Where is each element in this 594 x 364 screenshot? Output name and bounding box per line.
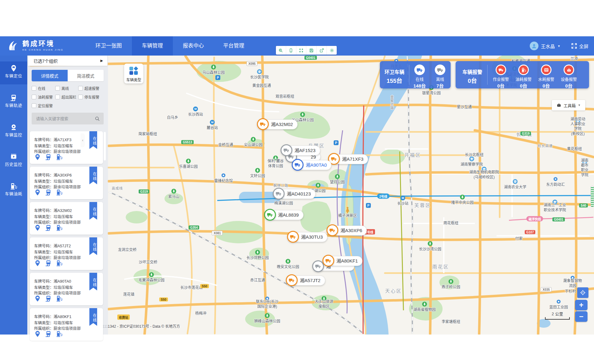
status-filters: 在线离线超速报警油耗报警超出围栏停车报警定位报警 xyxy=(32,86,104,108)
bus-icon[interactable] xyxy=(45,154,52,162)
locate-icon[interactable] xyxy=(34,224,41,232)
fullscreen-label: 全屏 xyxy=(579,43,588,49)
truck-icon xyxy=(435,65,445,75)
panel-collapse-handle[interactable]: ‹ xyxy=(81,133,85,147)
fuel-icon xyxy=(10,182,17,190)
vehicle-card-actions xyxy=(34,260,63,268)
fuel-icon[interactable] xyxy=(56,330,63,339)
vehicle-card[interactable]: 车牌号码：湘A90TA0车辆类型：垃圾压缩车所属组织：厨余垃圾项目部在线 xyxy=(30,273,103,305)
truck-icon xyxy=(326,224,338,236)
nav-item-环卫一张图[interactable]: 环卫一张图 xyxy=(88,36,129,56)
locate-icon[interactable] xyxy=(34,295,41,303)
filter-checkbox-超速报警[interactable]: 超速报警 xyxy=(78,86,104,91)
locate-icon[interactable] xyxy=(34,189,41,197)
stat-label: 离线 xyxy=(429,76,451,82)
save-icon[interactable] xyxy=(306,46,317,55)
locate-icon[interactable] xyxy=(34,260,41,268)
fuel-icon[interactable] xyxy=(56,189,63,197)
locate-button[interactable] xyxy=(577,287,588,298)
filter-checkbox-油耗报警[interactable]: 油耗报警 xyxy=(32,94,55,100)
bus-icon[interactable] xyxy=(45,224,52,232)
nav-item-平台管理[interactable]: 平台管理 xyxy=(213,36,254,56)
bus-icon[interactable] xyxy=(45,330,52,339)
stat-label: 水耗报警 xyxy=(535,76,557,82)
fullscreen-button[interactable]: 全屏 xyxy=(571,43,588,49)
checkbox-icon xyxy=(32,86,36,91)
settings-icon[interactable] xyxy=(327,46,337,55)
alarm-stat-作业报警: 作业报警0台 xyxy=(490,65,512,89)
locate-icon[interactable] xyxy=(34,330,41,339)
zoom-in-button[interactable]: + xyxy=(575,300,587,310)
locate-icon[interactable] xyxy=(34,154,41,162)
alarm-stats-panel: 车辆报警 0台 作业报警0台油耗报警0台水耗报警0台设备报警0台 xyxy=(456,61,589,88)
fuel-icon[interactable] xyxy=(56,260,63,268)
filter-checkbox-离线[interactable]: 离线 xyxy=(55,86,78,91)
zoom-out-button[interactable]: − xyxy=(575,311,587,322)
status-badge: 在线 xyxy=(89,308,97,326)
expand-arrow-icon: ▶ xyxy=(101,59,103,63)
bus-icon[interactable] xyxy=(45,189,52,197)
brand-logo-icon xyxy=(6,39,19,52)
sidebar-item-车辆定位[interactable]: 车辆定位 xyxy=(0,61,27,84)
vehicle-type-button[interactable]: 车辆类型 xyxy=(124,64,143,83)
filter-checkbox-定位报警[interactable]: 定位报警 xyxy=(32,103,55,108)
vehicle-card[interactable]: 车牌号码：湘A32M02车辆类型：垃圾压缩车所属组织：厨余垃圾项目部在线 xyxy=(30,202,103,235)
toolbox-icon xyxy=(556,103,561,108)
vehicle-card[interactable]: 车牌号码：湘A30XP6车辆类型：垃圾压缩车所属组织：厨余垃圾项目部在线 xyxy=(30,167,103,199)
sidebar-item-历史监控[interactable]: 历史监控 xyxy=(0,150,27,173)
sidebar-item-车辆油耗[interactable]: 车辆油耗 xyxy=(0,179,27,202)
search-input[interactable] xyxy=(35,116,95,121)
brand-logo: 鹤成环境 HE CHENG HUAN JING xyxy=(6,39,64,52)
map-scrollbar-thumb[interactable] xyxy=(591,186,594,207)
filter-checkbox-在线[interactable]: 在线 xyxy=(32,86,55,91)
fuel-icon[interactable] xyxy=(56,295,63,303)
avatar[interactable] xyxy=(530,42,538,50)
stat-count: 7台 xyxy=(429,82,451,89)
bus-icon[interactable] xyxy=(45,295,52,303)
nav-item-报表中心[interactable]: 报表中心 xyxy=(173,36,214,56)
vehicle-card[interactable]: 车牌号码：湘A80KF1车辆类型：垃圾压缩车所属组织：厨余垃圾项目部在线 xyxy=(30,308,103,341)
filter-checkbox-超出围栏[interactable]: 超出围栏 xyxy=(55,94,78,100)
tab-detail-mode[interactable]: 详情模式 xyxy=(32,70,68,81)
sidebar-item-label: 车辆监控 xyxy=(0,132,27,137)
fleet-stats-panel: 环卫车辆 155台 在线148台离线7台 xyxy=(380,61,451,88)
fuel-icon[interactable] xyxy=(56,154,63,162)
chevron-down-icon[interactable]: ▼ xyxy=(557,44,560,48)
locate-icon xyxy=(580,290,586,296)
org-selector[interactable]: 已选7个组织 ▶ xyxy=(28,56,107,66)
tab-simple-mode[interactable]: 简洁模式 xyxy=(68,70,104,81)
export-icon[interactable] xyxy=(317,46,327,55)
expand-icon[interactable] xyxy=(296,46,307,55)
map[interactable]: 智造小镇乌山森林公园长沙医学院月亮岛黄金园互通观音岩枢纽银星湾公园金星北路松雅湖… xyxy=(27,56,594,335)
bus-icon[interactable] xyxy=(45,260,52,268)
vehicle-field: 车牌号码：湘A57JT2 xyxy=(34,243,71,249)
checkbox-icon xyxy=(32,103,36,108)
truck-icon xyxy=(257,118,269,130)
brand-subtitle: HE CHENG HUAN JING xyxy=(22,48,64,51)
stat-label: 油耗报警 xyxy=(513,76,534,82)
vehicle-field: 车牌号码：湘A80KF1 xyxy=(34,313,71,319)
list-scrollbar-thumb[interactable] xyxy=(104,132,106,160)
zoom-search-icon[interactable] xyxy=(276,46,286,55)
vehicle-field: 车辆类型：垃圾压缩车 xyxy=(34,249,73,255)
toolbox-button[interactable]: 工具箱 ▼ xyxy=(552,100,585,110)
fuel-icon[interactable] xyxy=(56,224,63,232)
truck-icon xyxy=(322,255,334,267)
vehicle-card[interactable]: 车牌号码：湘A71XF3车辆类型：垃圾压缩车所属组织：厨余垃圾项目部在线 xyxy=(30,131,103,164)
vehicle-card-actions xyxy=(34,224,63,232)
user-name[interactable]: 王水晶 xyxy=(541,43,555,49)
sidebar-item-车辆监控[interactable]: 车辆监控 xyxy=(0,120,27,143)
search-box xyxy=(32,113,104,124)
vehicle-field: 车辆类型：垃圾压缩车 xyxy=(34,143,73,149)
meter-icon xyxy=(541,65,551,75)
filter-checkbox-停车报警[interactable]: 停车报警 xyxy=(78,94,104,100)
vehicle-field: 车辆类型：垃圾压缩车 xyxy=(34,213,73,219)
vehicle-card-actions xyxy=(34,154,63,162)
vehicle-card[interactable]: 车牌号码：湘A57JT2车辆类型：垃圾压缩车所属组织：厨余垃圾项目部在线 xyxy=(30,237,103,270)
mobile-view-icon[interactable] xyxy=(286,46,296,55)
status-badge: 在线 xyxy=(89,273,97,290)
nav-item-车辆管理[interactable]: 车辆管理 xyxy=(132,36,173,56)
search-icon[interactable] xyxy=(95,116,100,121)
history-icon xyxy=(10,153,17,160)
sidebar-item-车辆轨迹[interactable]: 车辆轨迹 xyxy=(0,91,27,114)
